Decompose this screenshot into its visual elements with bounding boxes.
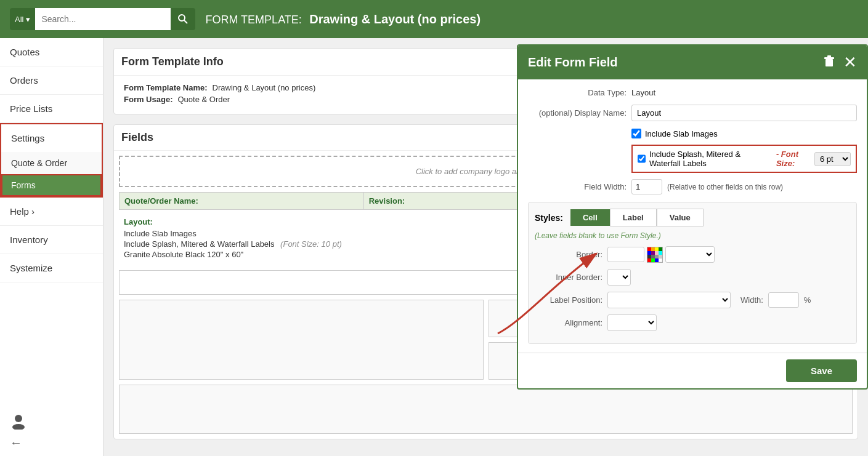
include-slab-label: Include Slab Images — [645, 129, 718, 138]
sidebar: Quotes Orders Price Lists Settings Quote… — [0, 38, 103, 456]
styles-tab-label[interactable]: Label — [610, 209, 657, 226]
styles-note: (Leave fields blank to use Form Style.) — [535, 231, 850, 240]
save-btn-row: Save — [518, 353, 867, 388]
width-label: Width: — [740, 295, 763, 305]
fields-title: Fields — [121, 131, 153, 144]
svg-point-2 — [15, 415, 22, 422]
pct-label: % — [804, 295, 811, 305]
display-name-input[interactable] — [631, 105, 857, 121]
field-width-input[interactable] — [631, 179, 662, 194]
sidebar-inventory-label: Inventory — [10, 234, 48, 245]
search-input[interactable] — [35, 8, 171, 30]
font-size-select[interactable]: 6 pt 8 pt 10 pt 12 pt — [814, 152, 851, 166]
field-width-label: Field Width: — [528, 182, 627, 191]
data-type-value: Layout — [631, 88, 655, 97]
alignment-select[interactable] — [607, 314, 657, 331]
svg-line-1 — [184, 20, 187, 23]
sidebar-forms-label: Forms — [11, 180, 36, 190]
sidebar-item-systemize[interactable]: Systemize — [0, 254, 103, 282]
border-style-select[interactable] — [665, 246, 715, 263]
sidebar-item-help[interactable]: Help › — [0, 198, 103, 226]
all-dropdown[interactable]: All ▾ — [10, 8, 35, 30]
svg-point-0 — [179, 15, 185, 21]
edit-panel-body: Data Type: Layout (optional) Display Nam… — [518, 79, 867, 353]
border-controls — [607, 246, 715, 263]
styles-tab-value[interactable]: Value — [657, 209, 704, 226]
dropdown-arrow-icon: ▾ — [26, 15, 30, 24]
layout-splash-text: Include Splash, Mitered & Waterfall Labe… — [124, 239, 274, 249]
label-position-label: Label Position: — [535, 295, 602, 305]
data-type-label: Data Type: — [528, 88, 627, 97]
sidebar-price-lists-label: Price Lists — [10, 103, 52, 114]
inner-border-row: Inner Border: — [535, 269, 850, 286]
include-splash-label: Include Splash, Mitered & Waterfall Labe… — [649, 150, 770, 168]
sidebar-item-quotes[interactable]: Quotes — [0, 38, 103, 66]
include-slab-checkbox[interactable] — [631, 129, 641, 138]
border-input[interactable] — [607, 247, 644, 262]
user-icon-area[interactable] — [10, 412, 93, 430]
col-quote-order-label: Quote/Order Name: — [124, 196, 198, 206]
svg-point-3 — [12, 424, 25, 430]
styles-tab-cell[interactable]: Cell — [570, 209, 610, 226]
trash-icon-white — [822, 54, 836, 68]
alignment-label: Alignment: — [535, 318, 602, 327]
sidebar-quote-order-label: Quote & Order — [11, 158, 67, 168]
preview-large-box — [119, 300, 484, 380]
layout-italic: (Font Size: 10 pt) — [280, 239, 342, 249]
name-label: Form Template Name: — [124, 83, 208, 92]
styles-section: Styles: Cell Label Value (Leave fields b… — [528, 202, 857, 344]
font-size-label: - Font Size: — [776, 150, 811, 168]
sidebar-item-quote-order[interactable]: Quote & Order — [1, 152, 102, 174]
usage-value: Quote & Order — [177, 95, 230, 104]
inner-border-label: Inner Border: — [535, 273, 602, 282]
col-revision-label: Revision: — [369, 196, 405, 206]
edit-panel-title: Edit Form Field — [528, 55, 618, 70]
save-button[interactable]: Save — [786, 359, 857, 382]
save-btn-label: Save — [811, 366, 832, 376]
sidebar-item-orders[interactable]: Orders — [0, 66, 103, 95]
include-slab-checkbox-row: Include Slab Images — [528, 129, 857, 138]
sidebar-item-settings[interactable]: Settings — [1, 124, 102, 152]
col-quote-order: Quote/Order Name: — [120, 193, 364, 209]
page-template-name: Drawing & Layout (no prices) — [309, 12, 481, 26]
width-input[interactable] — [768, 292, 799, 308]
alignment-row: Alignment: — [535, 314, 850, 331]
include-splash-checkbox[interactable] — [638, 154, 646, 164]
preview-left — [119, 300, 484, 380]
search-button[interactable] — [171, 8, 195, 30]
svg-rect-8 — [825, 59, 833, 66]
settings-box: Settings Quote & Order Forms — [0, 123, 103, 198]
page-title-area: FORM TEMPLATE: Drawing & Layout (no pric… — [205, 12, 481, 26]
field-width-note: (Relative to other fields on this row) — [667, 183, 783, 191]
sidebar-systemize-label: Systemize — [10, 263, 52, 273]
search-icon — [178, 14, 188, 24]
page-template-label: FORM TEMPLATE: — [205, 14, 301, 26]
color-swatch[interactable] — [647, 247, 663, 263]
preview-large-box-2 — [119, 385, 853, 434]
preview-area-2 — [119, 385, 853, 434]
name-value: Drawing & Layout (no prices) — [213, 83, 316, 92]
styles-header: Styles: Cell Label Value — [535, 209, 850, 226]
sidebar-item-price-lists[interactable]: Price Lists — [0, 95, 103, 123]
inner-border-select[interactable] — [607, 269, 631, 286]
sidebar-help-label: Help › — [10, 206, 34, 217]
field-width-row: Field Width: (Relative to other fields o… — [528, 179, 857, 194]
border-row: Border: — [535, 246, 850, 263]
search-area: All ▾ — [10, 8, 195, 30]
usage-label: Form Usage: — [124, 95, 172, 104]
sidebar-item-inventory[interactable]: Inventory — [0, 226, 103, 254]
content-area: Form Template Info Form Template Name: D… — [103, 38, 868, 456]
display-name-label: (optional) Display Name: — [528, 108, 627, 118]
back-arrow[interactable]: ← — [10, 436, 93, 450]
edit-panel-close-button[interactable]: ✕ — [843, 53, 857, 72]
styles-label: Styles: — [535, 213, 563, 223]
sidebar-settings-label: Settings — [11, 133, 44, 143]
user-icon — [10, 412, 27, 430]
edit-panel-delete-button[interactable] — [822, 54, 836, 71]
sidebar-quotes-label: Quotes — [10, 47, 39, 57]
sidebar-bottom: ← — [0, 406, 103, 456]
sidebar-item-forms[interactable]: Forms — [1, 174, 102, 196]
label-position-select[interactable] — [607, 292, 731, 308]
border-label: Border: — [535, 250, 602, 259]
edit-form-field-panel: Edit Form Field ✕ Data Type: — [517, 44, 868, 390]
